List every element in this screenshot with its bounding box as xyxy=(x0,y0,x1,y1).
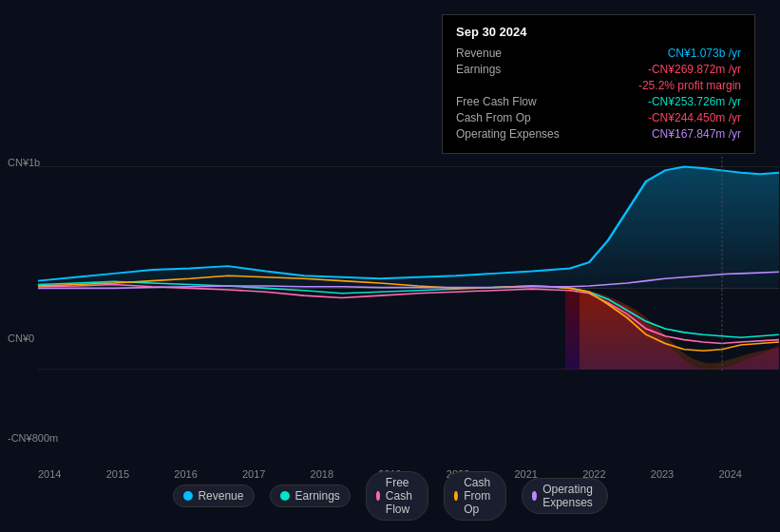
tooltip-title: Sep 30 2024 xyxy=(456,25,741,39)
tooltip-profit-margin-row: -25.2% profit margin xyxy=(456,79,741,92)
earnings-label: Earnings xyxy=(456,63,501,76)
tooltip-fcf-row: Free Cash Flow -CN¥253.726m /yr xyxy=(456,95,741,108)
chart-legend: Revenue Earnings Free Cash Flow Cash Fro… xyxy=(172,471,607,521)
opex-value: CN¥167.847m /yr xyxy=(652,127,741,141)
tooltip-cfo-row: Cash From Op -CN¥244.450m /yr xyxy=(456,111,741,124)
chart-svg xyxy=(0,152,780,446)
earnings-legend-label: Earnings xyxy=(295,489,339,503)
opex-legend-label: Operating Expenses xyxy=(542,483,597,509)
earnings-dot xyxy=(279,491,289,501)
x-label-2015: 2015 xyxy=(106,468,129,480)
tooltip-revenue-row: Revenue CN¥1.073b /yr xyxy=(456,47,741,60)
fcf-legend-label: Free Cash Flow xyxy=(386,476,418,516)
revenue-value: CN¥1.073b /yr xyxy=(668,47,741,60)
legend-opex[interactable]: Operating Expenses xyxy=(522,478,608,514)
x-label-2023: 2023 xyxy=(651,468,674,480)
revenue-dot xyxy=(182,491,192,501)
revenue-legend-label: Revenue xyxy=(198,489,243,503)
legend-cfo[interactable]: Cash From Op xyxy=(444,471,506,521)
legend-revenue[interactable]: Revenue xyxy=(172,484,254,507)
cfo-dot xyxy=(454,491,458,501)
profit-margin-value: -25.2% profit margin xyxy=(638,79,741,92)
cfo-label: Cash From Op xyxy=(456,111,531,124)
x-label-2014: 2014 xyxy=(38,468,61,480)
earnings-value: -CN¥269.872m /yr xyxy=(648,63,741,76)
opex-label: Operating Expenses xyxy=(456,127,560,141)
legend-fcf[interactable]: Free Cash Flow xyxy=(366,471,428,521)
fcf-value: -CN¥253.726m /yr xyxy=(648,95,741,108)
x-label-2024: 2024 xyxy=(718,468,741,480)
data-tooltip: Sep 30 2024 Revenue CN¥1.073b /yr Earnin… xyxy=(442,14,755,154)
tooltip-earnings-row: Earnings -CN¥269.872m /yr xyxy=(456,63,741,76)
legend-earnings[interactable]: Earnings xyxy=(269,484,350,507)
opex-dot xyxy=(532,491,537,501)
fcf-label: Free Cash Flow xyxy=(456,95,537,108)
revenue-label: Revenue xyxy=(456,47,502,60)
cfo-value: -CN¥244.450m /yr xyxy=(648,111,741,124)
fcf-dot xyxy=(376,491,380,501)
cfo-legend-label: Cash From Op xyxy=(464,476,496,516)
tooltip-opex-row: Operating Expenses CN¥167.847m /yr xyxy=(456,127,741,141)
